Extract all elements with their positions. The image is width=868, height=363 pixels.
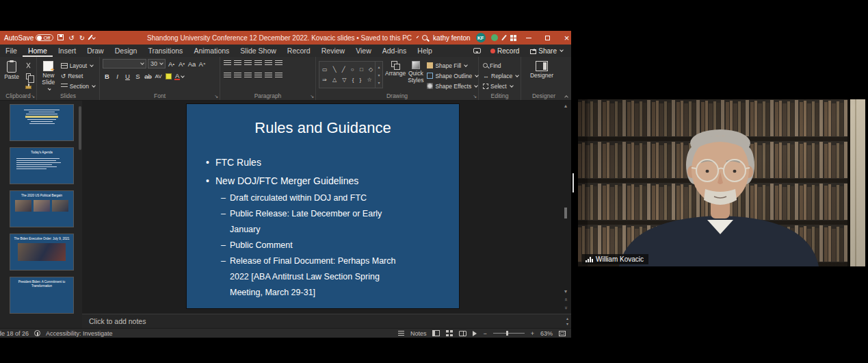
- close-button[interactable]: [560, 31, 571, 45]
- underline-button[interactable]: U: [123, 72, 132, 81]
- editing-mode-icon[interactable]: [501, 35, 507, 41]
- zoom-slider[interactable]: [493, 333, 525, 334]
- font-color-button[interactable]: A: [174, 72, 184, 81]
- notes-pane[interactable]: Click to add notes: [82, 314, 571, 328]
- next-slide-button[interactable]: [562, 306, 568, 309]
- new-slide-button[interactable]: New Slide: [40, 59, 57, 91]
- slide-thumbnail-4[interactable]: The Biden Executive Order: July 9, 2021: [10, 234, 74, 271]
- ribbon-options-icon[interactable]: [510, 35, 516, 41]
- shape-effects-button[interactable]: Shape Effects: [425, 82, 479, 90]
- slide-thumbnail-2[interactable]: Today's Agenda: [10, 147, 74, 184]
- thumbnail-scrollbar[interactable]: [79, 106, 81, 150]
- arrange-button[interactable]: Arrange: [385, 59, 406, 91]
- highlight-button[interactable]: [164, 72, 173, 81]
- redo-button[interactable]: [79, 34, 85, 42]
- italic-button[interactable]: I: [113, 72, 122, 81]
- text-shadow-button[interactable]: S: [133, 72, 142, 81]
- save-button[interactable]: [57, 34, 64, 42]
- slide-thumbnail-1[interactable]: [10, 104, 74, 141]
- change-case-button[interactable]: Aa: [187, 60, 196, 68]
- tab-design[interactable]: Design: [109, 45, 143, 57]
- paragraph-dialog-launcher[interactable]: [310, 94, 314, 99]
- tab-home[interactable]: Home: [23, 45, 53, 57]
- notes-toggle-icon[interactable]: [398, 331, 404, 336]
- tab-review[interactable]: Review: [316, 45, 350, 57]
- tab-view[interactable]: View: [350, 45, 377, 57]
- align-center-icon[interactable]: [234, 73, 241, 79]
- zoom-out-button[interactable]: −: [483, 330, 486, 337]
- character-spacing-button[interactable]: AV: [154, 72, 163, 81]
- bullet-item[interactable]: Draft circulated within DOJ and FTC: [221, 190, 415, 206]
- quick-styles-button[interactable]: Quick Styles: [408, 59, 423, 91]
- record-button[interactable]: Record: [489, 47, 521, 55]
- smartart-convert-icon[interactable]: [275, 73, 282, 79]
- video-tile[interactable]: William Kovacic: [578, 99, 865, 266]
- slide-indicator[interactable]: Slide 18 of 26: [0, 330, 29, 337]
- section-button[interactable]: Section: [60, 82, 96, 90]
- scrollbar-track[interactable]: [562, 111, 570, 286]
- text-direction-icon[interactable]: [275, 60, 282, 66]
- zoom-level[interactable]: 63%: [540, 330, 553, 337]
- designer-button[interactable]: Designer: [524, 59, 560, 91]
- scroll-up-icon[interactable]: [566, 316, 568, 321]
- columns-icon[interactable]: [265, 73, 272, 79]
- tab-file[interactable]: File: [0, 45, 23, 57]
- tab-animations[interactable]: Animations: [188, 45, 235, 57]
- justify-icon[interactable]: [254, 73, 262, 79]
- decrease-indent-icon[interactable]: [244, 60, 252, 66]
- slide-title[interactable]: Rules and Guidance: [187, 119, 459, 137]
- notes-toggle-label[interactable]: Notes: [410, 330, 427, 337]
- accessibility-status[interactable]: Accessibility: Investigate: [46, 330, 113, 337]
- notes-scroll-arrows[interactable]: [566, 316, 568, 326]
- zoom-slider-thumb[interactable]: [506, 331, 508, 336]
- bold-button[interactable]: B: [103, 72, 111, 81]
- chevron-down-icon[interactable]: [417, 36, 419, 38]
- slide-body[interactable]: FTC Rules New DOJ/FTC Merger Guidelines …: [205, 153, 459, 301]
- line-spacing-icon[interactable]: [265, 60, 272, 66]
- zoom-in-button[interactable]: +: [531, 330, 534, 337]
- scroll-down-icon[interactable]: [566, 321, 568, 326]
- cut-button[interactable]: [23, 62, 34, 70]
- tab-slide-show[interactable]: Slide Show: [235, 45, 282, 57]
- slideshow-view-icon[interactable]: [473, 331, 477, 336]
- panel-resize-handle[interactable]: [573, 173, 574, 192]
- font-size-combo[interactable]: 30: [148, 59, 166, 68]
- tab-add-ins[interactable]: Add-ins: [377, 45, 412, 57]
- drawing-dialog-launcher[interactable]: [473, 94, 477, 99]
- undo-button[interactable]: [68, 34, 74, 42]
- copy-button[interactable]: [23, 73, 34, 81]
- slide-sorter-view-icon[interactable]: [446, 330, 453, 336]
- vertical-scrollbar[interactable]: [562, 103, 570, 311]
- scrollbar-thumb[interactable]: [564, 208, 567, 218]
- share-button[interactable]: Share: [529, 47, 564, 55]
- reading-view-icon[interactable]: [459, 331, 466, 336]
- font-name-combo[interactable]: [103, 59, 146, 68]
- gallery-down-icon[interactable]: [378, 73, 380, 77]
- reset-button[interactable]: Reset: [60, 71, 96, 80]
- tab-help[interactable]: Help: [412, 45, 438, 57]
- strikethrough-button[interactable]: ab: [144, 72, 153, 81]
- presence-icon[interactable]: [491, 34, 498, 41]
- search-button[interactable]: [422, 34, 428, 42]
- autosave-toggle[interactable]: AutoSave Off: [4, 34, 53, 42]
- avatar[interactable]: KF: [476, 33, 486, 42]
- gallery-up-icon[interactable]: [378, 64, 380, 69]
- clipboard-dialog-launcher[interactable]: [31, 94, 35, 99]
- minimize-button[interactable]: [522, 31, 536, 45]
- tab-draw[interactable]: Draw: [81, 45, 109, 57]
- align-right-icon[interactable]: [244, 73, 252, 79]
- previous-slide-button[interactable]: [562, 298, 568, 301]
- shape-fill-button[interactable]: Shape Fill: [425, 61, 479, 70]
- layout-button[interactable]: Layout: [60, 61, 96, 70]
- bullet-item[interactable]: Public Comment: [221, 238, 415, 253]
- bullets-icon[interactable]: [224, 60, 231, 66]
- user-name[interactable]: kathy fenton: [433, 34, 470, 42]
- bullet-item[interactable]: Release of Final Document: Perhaps March…: [221, 253, 415, 301]
- shape-outline-button[interactable]: Shape Outline: [425, 71, 479, 80]
- bullet-item[interactable]: Public Release: Late December or Early J…: [221, 206, 415, 238]
- numbering-icon[interactable]: [234, 60, 241, 66]
- fit-to-window-icon[interactable]: [559, 331, 566, 336]
- document-title[interactable]: Shandong University Conference 12 Decemb…: [147, 34, 412, 42]
- clear-formatting-button[interactable]: A: [198, 60, 207, 68]
- bullet-item[interactable]: New DOJ/FTC Merger Guidelines: [205, 172, 459, 190]
